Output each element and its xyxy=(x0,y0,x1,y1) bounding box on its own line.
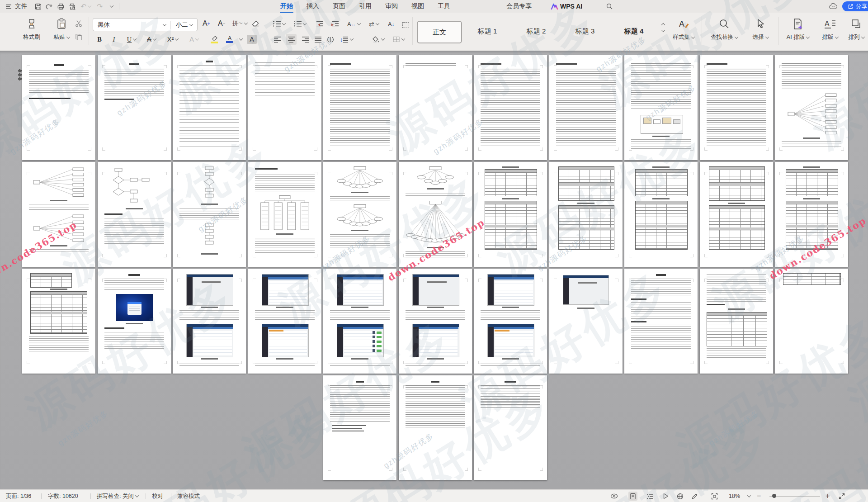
play-view-button[interactable] xyxy=(661,492,670,501)
page-thumbnail[interactable] xyxy=(700,269,773,374)
line-spacing-button[interactable]: ↕ xyxy=(340,34,353,45)
ai-layout-button[interactable]: AI 排版 xyxy=(781,16,815,46)
char-border-button[interactable]: A xyxy=(186,33,202,45)
page-thumbnail[interactable] xyxy=(624,269,698,374)
format-painter-button[interactable]: 格式刷 xyxy=(19,16,44,46)
zoom-slider-track[interactable] xyxy=(769,496,820,497)
page-thumbnail[interactable] xyxy=(22,269,95,374)
page-thumbnail[interactable] xyxy=(549,55,623,160)
page-thumbnail[interactable] xyxy=(173,162,246,267)
zoom-level-chevron[interactable] xyxy=(746,490,750,502)
page-thumbnail[interactable] xyxy=(323,55,396,160)
superscript-button[interactable]: X² xyxy=(164,33,182,45)
outline-view-button[interactable] xyxy=(646,492,655,501)
align-left-button[interactable] xyxy=(272,34,283,45)
paragraph-layout-button[interactable] xyxy=(402,19,409,30)
font-color-chevron[interactable] xyxy=(237,33,243,45)
font-size-select[interactable]: 小二 xyxy=(171,21,197,29)
styles-scroll-down-icon[interactable] xyxy=(661,28,665,32)
bullets-button[interactable] xyxy=(273,19,285,29)
word-count[interactable]: 字数: 10620 xyxy=(48,490,78,502)
pinyin-guide-button[interactable]: 拼〜 xyxy=(232,18,247,29)
page-thumbnail[interactable] xyxy=(474,269,547,374)
page-thumbnail[interactable] xyxy=(775,162,848,267)
char-scale-button[interactable]: A↔ xyxy=(347,19,360,29)
page-thumbnail[interactable] xyxy=(248,55,321,160)
tab-tools[interactable]: 工具 xyxy=(438,0,450,13)
compat-mode[interactable]: 兼容模式 xyxy=(177,490,200,502)
page-thumbnail[interactable] xyxy=(248,162,321,267)
style-normal[interactable]: 正文 xyxy=(417,21,462,43)
page-thumbnail[interactable] xyxy=(700,55,773,160)
copy-button[interactable] xyxy=(73,32,84,43)
tab-member[interactable]: 会员专享 xyxy=(506,0,532,13)
highlight-button[interactable] xyxy=(206,33,222,45)
undo-button[interactable]: ↶ xyxy=(80,0,91,13)
tab-home[interactable]: 开始 xyxy=(280,0,293,13)
align-center-button[interactable] xyxy=(286,34,297,45)
underline-button[interactable]: U xyxy=(124,33,139,45)
page-thumbnail[interactable] xyxy=(399,375,472,480)
font-color-button[interactable]: A xyxy=(225,33,234,45)
tab-review[interactable]: 审阅 xyxy=(385,0,398,13)
clear-format-button[interactable] xyxy=(251,18,259,29)
web-view-button[interactable] xyxy=(675,492,684,501)
page-thumbnail[interactable] xyxy=(549,269,623,374)
edit-mode-button[interactable] xyxy=(690,492,699,501)
style-heading1[interactable]: 标题 1 xyxy=(466,21,509,42)
style-set-button[interactable]: A 样式集 xyxy=(671,16,696,46)
tab-insert[interactable]: 插入 xyxy=(307,0,319,13)
increase-font-button[interactable]: A+ xyxy=(203,18,210,29)
swap-button[interactable]: ⇄ xyxy=(369,19,379,29)
style-heading3[interactable]: 标题 3 xyxy=(563,21,607,42)
styles-scroll-up-icon[interactable] xyxy=(661,23,665,27)
justify-button[interactable] xyxy=(313,34,324,45)
page-thumbnail[interactable] xyxy=(248,269,321,374)
page-thumbnail[interactable] xyxy=(399,269,472,374)
page-thumbnail[interactable] xyxy=(173,269,246,374)
tab-page[interactable]: 页面 xyxy=(333,0,345,13)
page-thumbnail[interactable] xyxy=(98,55,171,160)
proofread-button[interactable]: 校对 xyxy=(152,490,163,502)
page-thumbnail[interactable] xyxy=(775,269,848,374)
page-thumbnail[interactable] xyxy=(700,162,773,267)
page-thumbnail[interactable] xyxy=(474,55,547,160)
fullscreen-button[interactable] xyxy=(837,492,846,501)
print-preview-button[interactable] xyxy=(68,0,76,13)
text-direction-button[interactable]: A↓ xyxy=(388,19,394,29)
page-thumbnail[interactable] xyxy=(323,162,396,267)
fit-screen-button[interactable] xyxy=(710,492,719,501)
redo-button[interactable]: ↷ xyxy=(97,0,103,13)
borders-button[interactable] xyxy=(392,34,405,45)
wps-ai-button[interactable]: WPS AI xyxy=(551,0,582,13)
export-button[interactable] xyxy=(46,0,53,13)
page-thumbnail[interactable] xyxy=(323,269,396,374)
increase-indent-button[interactable] xyxy=(332,19,340,29)
page-thumbnail[interactable] xyxy=(22,162,95,267)
align-right-button[interactable] xyxy=(299,34,310,45)
page-thumbnail[interactable] xyxy=(474,375,547,480)
page-indicator[interactable]: 页面: 1/36 xyxy=(6,490,31,502)
numbering-button[interactable] xyxy=(294,19,306,29)
page-thumbnail[interactable] xyxy=(399,55,472,160)
main-menu-button[interactable] xyxy=(6,0,11,13)
print-button[interactable] xyxy=(57,0,65,13)
page-thumbnail[interactable] xyxy=(173,55,246,160)
page-thumbnail[interactable] xyxy=(98,269,171,374)
zoom-level[interactable]: 18% xyxy=(729,490,740,502)
page-thumbnail[interactable] xyxy=(323,375,396,480)
file-menu[interactable]: 文件 xyxy=(15,0,27,13)
page-thumbnail[interactable] xyxy=(549,162,623,267)
save-button[interactable] xyxy=(34,0,42,13)
strikethrough-button[interactable]: A xyxy=(144,33,159,45)
page-thumbnail[interactable] xyxy=(22,55,95,160)
spell-check[interactable]: 拼写检查: 关闭 xyxy=(97,490,138,502)
document-canvas[interactable] xyxy=(0,51,868,489)
zoom-slider-knob[interactable] xyxy=(772,494,776,498)
cut-button[interactable] xyxy=(73,18,84,29)
eye-protect-button[interactable] xyxy=(609,492,618,501)
zoom-in-button[interactable]: + xyxy=(826,490,830,502)
select-button[interactable]: 选择 xyxy=(747,16,774,46)
page-thumbnail[interactable] xyxy=(98,162,171,267)
style-heading2[interactable]: 标题 2 xyxy=(514,21,558,42)
